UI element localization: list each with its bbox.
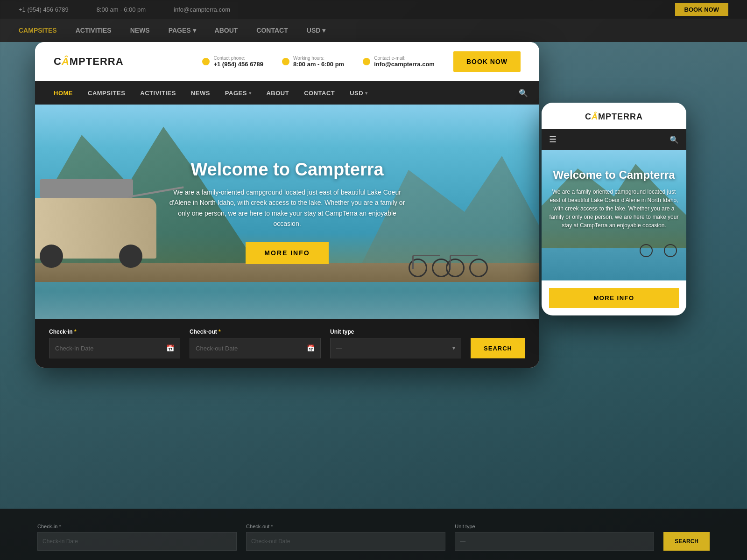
desktop-nav: HOME CAMPSITES ACTIVITIES NEWS PAGES ▾ A… [35, 81, 539, 105]
mobile-header: CÂMPTERRA [542, 103, 686, 129]
bb-checkin-label: Check-in * [37, 524, 237, 529]
hamburger-icon[interactable]: ☰ [549, 134, 557, 145]
bb-unittype-input[interactable]: — [455, 532, 654, 551]
bg-email: info@campterra.com [174, 6, 230, 13]
bg-phone: +1 (954) 456 6789 [19, 6, 69, 13]
hero-content: Welcome to Campterra We are a family-ori… [35, 105, 539, 319]
phone-info: Contact phone: +1 (954) 456 6789 [202, 56, 263, 68]
bg-nav: CAMPSITES ACTIVITIES NEWS PAGES ▾ ABOUT … [0, 19, 747, 42]
mobile-hero-description: We are a family-oriented campground loca… [549, 188, 679, 230]
nav-pages[interactable]: PAGES ▾ [218, 81, 259, 105]
mobile-hero-title: Welcome to Campterra [553, 168, 675, 182]
logo-accent-a: Â [62, 56, 70, 67]
bg-nav-activities: ACTIVITIES [76, 27, 112, 34]
bb-unittype-placeholder: — [460, 538, 465, 545]
phone-label: Contact phone: [213, 56, 263, 61]
checkin-label: Check-in * [49, 329, 180, 335]
bg-book-btn: BOOK NOW [675, 3, 728, 16]
bg-nav-usd: USD ▾ [307, 27, 325, 34]
unit-type-select[interactable]: — ▾ [330, 338, 461, 358]
booking-bar: Check-in * Check-in Date 📅 Check-out * C… [35, 319, 539, 368]
bg-nav-pages: PAGES ▾ [169, 27, 196, 34]
hours-text: Working hours: 8:00 am - 6:00 pm [293, 56, 344, 68]
mobile-search-icon[interactable]: 🔍 [669, 135, 679, 144]
nav-contact[interactable]: CONTACT [296, 81, 342, 105]
usd-dropdown-arrow: ▾ [365, 91, 368, 96]
desktop-card: CÂMPTERRA Contact phone: +1 (954) 456 67… [35, 42, 539, 368]
nav-news[interactable]: NEWS [183, 81, 218, 105]
nav-about[interactable]: ABOUT [259, 81, 296, 105]
search-button[interactable]: SEARCH [471, 338, 525, 358]
email-info: Contact e-mail: info@campterra.com [363, 56, 435, 68]
email-label: Contact e-mail: [374, 56, 435, 61]
checkin-calendar-icon: 📅 [166, 344, 174, 352]
mobile-hero: Welcome to Campterra We are a family-ori… [542, 150, 686, 280]
bg-nav-home: CAMPSITES [19, 27, 57, 34]
phone-value: +1 (954) 456 6789 [213, 61, 263, 68]
hours-value: 8:00 am - 6:00 pm [293, 61, 344, 68]
checkout-placeholder: Check-out Date [196, 345, 238, 352]
hero-title: Welcome to Campterra [190, 160, 383, 180]
mobile-nav: ☰ 🔍 [542, 129, 686, 150]
bb-search-button[interactable]: SEARCH [663, 532, 710, 551]
bg-top-bar: +1 (954) 456 6789 8:00 am - 6:00 pm info… [0, 0, 747, 19]
hours-label: Working hours: [293, 56, 344, 61]
checkin-required: * [74, 329, 77, 335]
bg-hours: 8:00 am - 6:00 pm [97, 6, 146, 13]
bg-nav-contact: CONTACT [256, 27, 288, 34]
hours-info: Working hours: 8:00 am - 6:00 pm [282, 56, 344, 68]
nav-usd[interactable]: USD ▾ [342, 81, 375, 105]
bb-checkin-placeholder: Check-in Date [42, 538, 78, 545]
mobile-logo: CÂMPTERRA [585, 112, 643, 122]
bb-checkin-input[interactable]: Check-in Date [37, 532, 237, 551]
mobile-logo-accent: Â [592, 112, 598, 121]
mobile-more-info-button[interactable]: MORE INFO [549, 288, 679, 308]
card-header: CÂMPTERRA Contact phone: +1 (954) 456 67… [35, 42, 539, 81]
mobile-hero-content: Welcome to Campterra We are a family-ori… [542, 159, 686, 280]
header-info: Contact phone: +1 (954) 456 6789 Working… [202, 51, 521, 72]
checkout-field: Check-out * Check-out Date 📅 [190, 329, 321, 358]
checkin-input[interactable]: Check-in Date 📅 [49, 338, 180, 358]
checkin-placeholder: Check-in Date [55, 345, 93, 352]
checkout-calendar-icon: 📅 [307, 344, 315, 352]
unit-type-value: — [336, 345, 342, 352]
mobile-card: CÂMPTERRA ☰ 🔍 Welcome to Campterra We ar… [542, 103, 686, 315]
bg-nav-about: ABOUT [215, 27, 238, 34]
unit-type-arrow: ▾ [452, 345, 455, 351]
checkin-field: Check-in * Check-in Date 📅 [49, 329, 180, 358]
hero-section: Welcome to Campterra We are a family-ori… [35, 105, 539, 319]
hero-description: We are a family-oriented campground loca… [166, 187, 409, 229]
checkout-required: * [218, 329, 221, 335]
nav-home[interactable]: HOME [46, 81, 80, 105]
nav-activities[interactable]: ACTIVITIES [133, 81, 183, 105]
checkout-label: Check-out * [190, 329, 321, 335]
pages-dropdown-arrow: ▾ [249, 91, 252, 96]
clock-icon [282, 58, 289, 65]
email-icon [363, 58, 370, 65]
unit-type-label: Unit type [330, 329, 461, 335]
nav-search-icon[interactable]: 🔍 [519, 89, 528, 98]
bb-checkout-input[interactable]: Check-out Date [246, 532, 445, 551]
phone-text: Contact phone: +1 (954) 456 6789 [213, 56, 263, 68]
checkout-input[interactable]: Check-out Date 📅 [190, 338, 321, 358]
unit-type-field: Unit type — ▾ [330, 329, 461, 358]
desktop-logo: CÂMPTERRA [54, 56, 124, 68]
email-text: Contact e-mail: info@campterra.com [374, 56, 435, 68]
bb-checkout-placeholder: Check-out Date [251, 538, 290, 545]
book-now-button[interactable]: BOOK NOW [453, 51, 521, 72]
bg-nav-news: NEWS [130, 27, 150, 34]
bb-checkout-label: Check-out * [246, 524, 445, 529]
more-info-button[interactable]: MORE INFO [246, 242, 328, 264]
phone-icon [202, 58, 210, 65]
nav-campsites[interactable]: CAMPSITES [80, 81, 133, 105]
bottom-bg-bar: Check-in * Check-in Date Check-out * Che… [0, 509, 747, 560]
email-value: info@campterra.com [374, 61, 435, 68]
bb-unittype-label: Unit type [455, 524, 654, 529]
